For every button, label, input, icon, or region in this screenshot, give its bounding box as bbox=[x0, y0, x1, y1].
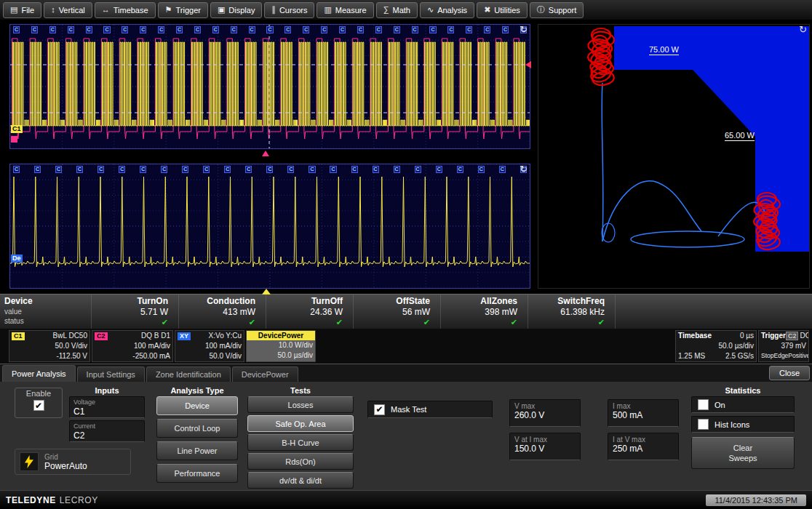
zone-marker: C bbox=[303, 26, 309, 33]
tab-input-settings[interactable]: Input Settings bbox=[77, 366, 145, 382]
zone-marker: C bbox=[415, 166, 421, 173]
measurement-filler bbox=[615, 294, 812, 329]
tab-devicepower[interactable]: DevicePower bbox=[232, 366, 298, 382]
file-icon: ▤ bbox=[10, 6, 17, 14]
menu-item-analysis[interactable]: ∿Analysis bbox=[420, 2, 474, 18]
i-max-label: I max bbox=[613, 402, 674, 410]
menu-item-label: Analysis bbox=[437, 6, 467, 15]
xy-descriptor[interactable]: XYX:Vo Y:Cu 100 mA/div 50.0 V/div bbox=[175, 330, 244, 362]
hist-icons-checkbox[interactable] bbox=[698, 419, 709, 430]
test-losses-button[interactable]: Losses bbox=[247, 396, 354, 413]
zone-marker: C bbox=[357, 26, 364, 33]
tab-zone-identification[interactable]: Zone Identification bbox=[146, 366, 231, 382]
menu-item-support[interactable]: ⓘSupport bbox=[530, 2, 584, 18]
zone-marker: C bbox=[466, 26, 472, 33]
measure-row-device: Device bbox=[4, 296, 91, 307]
c2-offset-tag[interactable] bbox=[11, 136, 17, 143]
menu-item-cursors[interactable]: ∥Cursors bbox=[264, 2, 314, 18]
statistics-on-checkbox[interactable] bbox=[698, 399, 709, 410]
zone-marker: C bbox=[457, 166, 463, 173]
zone-marker: C bbox=[224, 166, 231, 173]
tab-power-analysis[interactable]: Power Analysis bbox=[2, 365, 76, 382]
menu-item-label: Display bbox=[228, 6, 255, 15]
rotate-view-icon[interactable]: ↻ bbox=[520, 164, 528, 175]
menu-item-timebase[interactable]: ↔Timebase bbox=[95, 2, 156, 18]
analysis-type-line-power-button[interactable]: Line Power bbox=[156, 441, 238, 460]
measurement-column[interactable]: TurnOn 5.71 W ✔ bbox=[91, 294, 178, 329]
menu-item-measure[interactable]: ▥Measure bbox=[317, 2, 373, 18]
cursor-position-marker[interactable] bbox=[262, 151, 269, 156]
grid-mode-field[interactable]: Grid PowerAuto bbox=[15, 449, 131, 475]
menu-item-label: Math bbox=[392, 6, 410, 15]
menu-item-file[interactable]: ▤File bbox=[3, 2, 41, 18]
v-max-field[interactable]: V max 260.0 V bbox=[509, 399, 581, 427]
analysis-type-device-button[interactable]: Device bbox=[156, 396, 238, 415]
menu-item-trigger[interactable]: ⚑Trigger bbox=[158, 2, 208, 18]
lower-power-limit-label: 65.00 W bbox=[725, 131, 755, 141]
test-rds-on-button[interactable]: Rds(On) bbox=[247, 453, 354, 470]
menu-item-math[interactable]: ∑Math bbox=[376, 2, 418, 18]
menu-item-utilities[interactable]: ✖Utilities bbox=[477, 2, 528, 18]
enable-checkbox[interactable]: ✔ bbox=[33, 400, 44, 411]
measurement-column[interactable]: TurnOff 24.36 W ✔ bbox=[266, 294, 353, 329]
c2-scale: 100 mA/div bbox=[134, 342, 170, 350]
waveform-grid-bottom[interactable]: CCCCCCCCCCCCCCCCCCCCCCCCC ↻ De bbox=[9, 164, 530, 289]
timebase-sample-rate: 2.5 GS/s bbox=[725, 352, 754, 361]
xy-y-scale: 50.0 V/div bbox=[210, 352, 242, 361]
measurement-value: 5.71 W bbox=[92, 307, 168, 318]
xy-channel-tag: XY bbox=[178, 332, 191, 340]
zone-marker-row-bottom: CCCCCCCCCCCCCCCCCCCCCCCCC bbox=[13, 166, 527, 173]
rotate-view-icon[interactable]: ↻ bbox=[520, 25, 528, 35]
i-at-v-max-field[interactable]: I at V max 250 mA bbox=[608, 433, 679, 460]
trigger-descriptor[interactable]: TriggerC2DC 379 mV StopEdgePositive bbox=[758, 330, 809, 362]
measurement-name: OffState bbox=[354, 296, 430, 307]
test-safe-op-area-button[interactable]: Safe Op. Area bbox=[247, 415, 354, 432]
measurement-column[interactable]: Conduction 413 mW ✔ bbox=[178, 294, 266, 329]
trigger-title: Trigger bbox=[761, 332, 786, 340]
zone-marker: C bbox=[351, 166, 358, 173]
statistics-on-field: On bbox=[691, 396, 795, 413]
soa-xy-display[interactable]: ↻ 75.00 W 65.00 W bbox=[538, 24, 810, 289]
menu-item-label: Timebase bbox=[114, 6, 148, 15]
devicepower-descriptor[interactable]: DevicePower 10.0 W/div 50.0 µs/div bbox=[246, 330, 316, 362]
voltage-input-field[interactable]: Voltage C1 bbox=[69, 396, 145, 418]
measurement-column[interactable]: SwitchFreq 61.398 kHz ✔ bbox=[528, 294, 615, 329]
v-at-i-max-field[interactable]: V at I max 150.0 V bbox=[509, 433, 581, 460]
analysis-type-performance-button[interactable]: Performance bbox=[156, 464, 238, 483]
c2-channel-tag: C2 bbox=[95, 332, 108, 340]
c2-descriptor[interactable]: C2DQ B D1 100 mA/div -250.00 mA bbox=[92, 330, 173, 362]
measurement-value: 61.398 kHz bbox=[528, 307, 605, 318]
measurement-column[interactable]: OffState 56 mW ✔ bbox=[353, 294, 440, 329]
i-max-field[interactable]: I max 500 mA bbox=[608, 399, 679, 427]
zone-marker: C bbox=[55, 166, 62, 173]
waveform-grid-top[interactable]: CCCCCCCCCCCCCCCCCCCCCCCCCCCCC ↻ C1 bbox=[9, 24, 530, 149]
zone-marker: C bbox=[140, 26, 146, 33]
analysis-type-control-loop-button[interactable]: Control Loop bbox=[156, 419, 238, 438]
timebase-descriptor[interactable]: Timebase0 µs 50.0 µs/div 1.25 MS2.5 GS/s bbox=[675, 330, 757, 362]
mask-test-label: Mask Test bbox=[391, 404, 426, 414]
rotate-view-icon[interactable]: ↻ bbox=[799, 25, 807, 35]
measurement-column[interactable]: AllZones 398 mW ✔ bbox=[440, 294, 528, 329]
status-pass-icon: ✔ bbox=[528, 318, 605, 327]
clear-sweeps-button[interactable]: Clear Sweeps bbox=[691, 437, 795, 469]
brand-teledyne: TELEDYNE bbox=[6, 495, 56, 505]
close-button[interactable]: Close bbox=[769, 366, 810, 380]
trigger-level-marker[interactable] bbox=[525, 61, 531, 68]
i-max-value: 500 mA bbox=[613, 410, 674, 420]
mask-test-checkbox[interactable]: ✔ bbox=[374, 404, 385, 415]
test-dvdt-didt-button[interactable]: dv/dt & di/dt bbox=[247, 472, 354, 489]
zone-marker: C bbox=[31, 26, 38, 33]
inputs-header: Inputs bbox=[69, 386, 145, 395]
test-bh-curve-button[interactable]: B-H Curve bbox=[247, 434, 354, 451]
oscilloscope-app: ▤File ↕Vertical ↔Timebase ⚑Trigger ▣Disp… bbox=[0, 0, 812, 509]
menu-item-display[interactable]: ▣Display bbox=[210, 2, 262, 18]
analysis-type-header: Analysis Type bbox=[156, 386, 238, 395]
current-input-field[interactable]: Current C2 bbox=[69, 420, 145, 442]
c1-offset-tag[interactable]: C1 bbox=[11, 125, 23, 133]
zone-marker: C bbox=[103, 26, 110, 33]
trigger-time-marker[interactable] bbox=[262, 289, 271, 294]
devicepower-trace-tag[interactable]: De bbox=[11, 254, 23, 262]
menu-item-vertical[interactable]: ↕Vertical bbox=[44, 2, 92, 18]
status-pass-icon: ✔ bbox=[266, 318, 343, 327]
c1-descriptor[interactable]: C1BwL DC50 50.0 V/div -112.50 V bbox=[9, 330, 90, 362]
